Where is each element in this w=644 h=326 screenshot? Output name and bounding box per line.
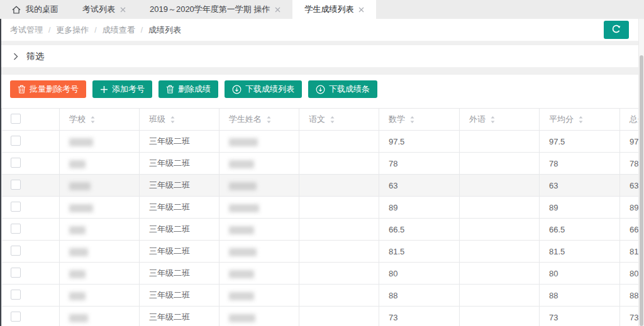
math-cell: 81.5 bbox=[379, 241, 460, 263]
row-checkbox[interactable] bbox=[11, 312, 21, 322]
button-label: 下载成绩列表 bbox=[245, 84, 294, 95]
home-icon bbox=[12, 6, 21, 14]
column-header: 外语 bbox=[460, 109, 540, 131]
tab-2[interactable]: 考试列表 bbox=[70, 0, 138, 19]
chevron-right-icon bbox=[13, 53, 18, 60]
column-header-content[interactable]: 语文 bbox=[309, 114, 376, 125]
school-redacted bbox=[69, 182, 91, 190]
avg-cell: 81.5 bbox=[540, 241, 620, 263]
breadcrumb-item[interactable]: 成绩查看 bbox=[103, 24, 135, 36]
class-cell: 三年级二班 bbox=[140, 131, 219, 153]
download-icon bbox=[232, 85, 242, 94]
row-checkbox-cell bbox=[2, 263, 60, 285]
scrollbar-thumb[interactable] bbox=[640, 55, 643, 326]
chinese-cell bbox=[299, 197, 379, 219]
row-checkbox-cell bbox=[2, 241, 60, 263]
toolbar-button-5[interactable]: 下载成绩条 bbox=[308, 80, 377, 98]
row-checkbox[interactable] bbox=[11, 136, 21, 146]
row-checkbox[interactable] bbox=[11, 246, 21, 256]
breadcrumb-item[interactable]: 成绩列表 bbox=[148, 24, 181, 36]
toolbar-button-4[interactable]: 下载成绩列表 bbox=[225, 80, 302, 98]
column-header: 语文 bbox=[299, 109, 379, 131]
toolbar-button-2[interactable]: 添加考号 bbox=[92, 80, 152, 98]
tab-1[interactable]: 我的桌面 bbox=[0, 0, 70, 19]
column-header-content[interactable]: 班级 bbox=[149, 114, 216, 125]
school-redacted bbox=[69, 226, 86, 234]
math-cell: 89 bbox=[379, 197, 460, 219]
class-cell: 三年级二班 bbox=[140, 175, 219, 197]
sort-icon bbox=[578, 116, 584, 124]
foreign-cell bbox=[460, 307, 540, 326]
row-checkbox-cell bbox=[2, 197, 60, 219]
avg-cell: 80 bbox=[540, 263, 620, 285]
row-checkbox[interactable] bbox=[11, 158, 21, 168]
column-header: 平均分 bbox=[540, 109, 620, 131]
class-cell: 三年级二班 bbox=[140, 263, 219, 285]
avg-cell: 78 bbox=[540, 153, 620, 175]
close-icon[interactable] bbox=[358, 7, 364, 13]
redacted-cell bbox=[219, 153, 299, 175]
close-icon[interactable] bbox=[120, 7, 126, 13]
tab-3[interactable]: 2019～2020学年度第一学期 操作 bbox=[138, 0, 292, 19]
column-header-content[interactable]: 外语 bbox=[469, 114, 536, 125]
avg-cell: 63 bbox=[540, 175, 620, 197]
school-redacted bbox=[69, 160, 86, 168]
student-name-redacted bbox=[229, 204, 259, 212]
student-name-redacted bbox=[229, 226, 254, 234]
tab-4[interactable]: 学生成绩列表 bbox=[292, 0, 376, 19]
tab-label: 考试列表 bbox=[82, 4, 115, 15]
breadcrumb-item[interactable]: 更多操作 bbox=[56, 24, 89, 36]
redacted-cell bbox=[219, 285, 299, 307]
trash-icon bbox=[18, 85, 26, 94]
column-header-content[interactable]: 学生姓名 bbox=[229, 114, 296, 125]
foreign-cell bbox=[460, 285, 540, 307]
main-panel: 考试管理/更多操作/成绩查看/成绩列表 筛选 批量删除考号添加考号删除成绩下载成… bbox=[0, 19, 644, 326]
row-checkbox[interactable] bbox=[11, 290, 21, 300]
chinese-cell bbox=[299, 153, 379, 175]
plus-icon bbox=[100, 85, 108, 94]
redacted-cell bbox=[219, 307, 299, 326]
filter-toggle[interactable]: 筛选 bbox=[1, 45, 644, 67]
breadcrumb: 考试管理/更多操作/成绩查看/成绩列表 bbox=[10, 24, 604, 36]
foreign-cell bbox=[460, 131, 540, 153]
row-checkbox-cell bbox=[2, 175, 60, 197]
button-label: 下载成绩条 bbox=[329, 84, 370, 95]
redacted-cell bbox=[60, 197, 140, 219]
breadcrumb-item[interactable]: 考试管理 bbox=[10, 24, 43, 36]
foreign-cell bbox=[460, 241, 540, 263]
redacted-cell bbox=[60, 285, 140, 307]
scrollbar[interactable] bbox=[638, 19, 644, 326]
redacted-cell bbox=[60, 153, 140, 175]
chinese-cell bbox=[299, 219, 379, 241]
avg-cell: 73 bbox=[540, 307, 620, 326]
table-row: 三年级二班787878 bbox=[2, 153, 644, 175]
redacted-cell bbox=[60, 307, 140, 326]
table-row: 三年级二班808080 bbox=[2, 263, 644, 285]
math-cell: 88 bbox=[379, 285, 460, 307]
redacted-cell bbox=[219, 241, 299, 263]
select-all-checkbox[interactable] bbox=[11, 114, 21, 124]
column-header-content[interactable]: 学校 bbox=[69, 114, 136, 125]
row-checkbox[interactable] bbox=[11, 180, 21, 190]
tab-bar: 我的桌面考试列表2019～2020学年度第一学期 操作学生成绩列表 bbox=[0, 0, 644, 19]
toolbar-button-1[interactable]: 批量删除考号 bbox=[10, 80, 86, 98]
row-checkbox-cell bbox=[2, 285, 60, 307]
math-cell: 66.5 bbox=[379, 219, 460, 241]
row-checkbox[interactable] bbox=[11, 224, 21, 234]
row-checkbox[interactable] bbox=[11, 268, 21, 278]
toolbar: 批量删除考号添加考号删除成绩下载成绩列表下载成绩条 bbox=[1, 75, 644, 103]
close-icon[interactable] bbox=[275, 7, 280, 13]
refresh-button[interactable] bbox=[604, 21, 629, 39]
section-divider bbox=[1, 67, 644, 75]
row-checkbox-cell bbox=[2, 219, 60, 241]
trash-icon bbox=[166, 85, 174, 94]
sort-icon bbox=[409, 116, 415, 124]
avg-cell: 89 bbox=[540, 197, 620, 219]
column-header-label: 数学 bbox=[389, 114, 405, 125]
column-header-content[interactable]: 数学 bbox=[389, 114, 457, 125]
column-header-content[interactable]: 平均分 bbox=[549, 114, 617, 125]
table-row: 三年级二班81.581.581.5 bbox=[2, 241, 644, 263]
school-redacted bbox=[69, 248, 88, 256]
toolbar-button-3[interactable]: 删除成绩 bbox=[158, 80, 218, 98]
row-checkbox[interactable] bbox=[11, 202, 21, 212]
